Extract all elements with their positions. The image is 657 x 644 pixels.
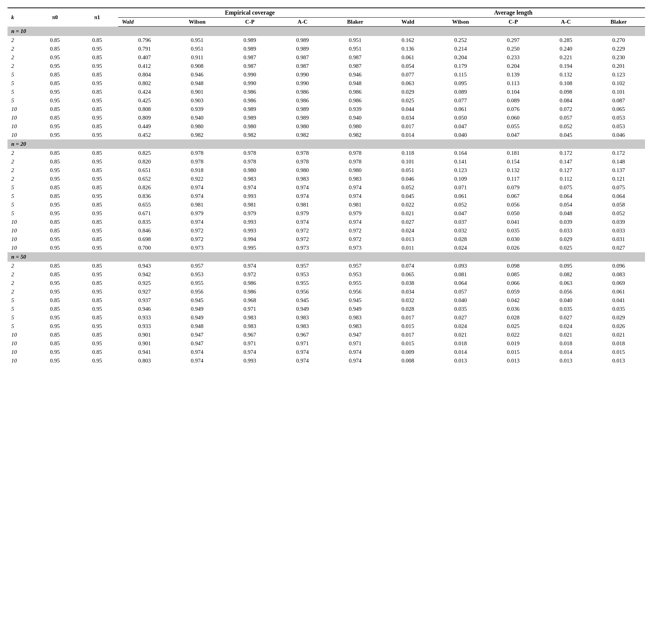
cell-wilson2: 0.141	[434, 157, 487, 166]
cell-ac1: 0.989	[276, 105, 328, 114]
cell-wald2: 0.021	[381, 209, 434, 218]
cell-cp1: 0.982	[224, 131, 276, 139]
cell-blaker1: 0.948	[329, 79, 381, 88]
cell-blaker2: 0.069	[592, 279, 645, 288]
cell-ac2: 0.045	[540, 131, 592, 139]
cell-ac1: 0.989	[276, 45, 328, 53]
cell-k: 2	[8, 36, 34, 45]
cell-pi1: 0.85	[76, 122, 118, 131]
cell-pi0: 0.85	[34, 149, 76, 157]
table-row: 100.850.950.8090.9400.9890.9890.9400.034…	[8, 114, 645, 122]
cell-blaker1: 0.979	[329, 209, 381, 218]
subh-cp1: C-P	[224, 18, 276, 27]
cell-wilson1: 0.953	[171, 270, 224, 279]
cell-pi1: 0.85	[76, 70, 118, 79]
cell-cp1: 0.974	[224, 262, 276, 270]
cell-pi1: 0.85	[76, 105, 118, 114]
table-row: 50.850.850.9370.9450.9680.9450.9450.0320…	[8, 296, 645, 305]
cell-pi1: 0.95	[76, 209, 118, 218]
cell-pi0: 0.95	[34, 201, 76, 209]
cell-ac1: 0.974	[276, 183, 328, 192]
cell-cp2: 0.104	[487, 88, 539, 96]
cell-ac2: 0.075	[540, 183, 592, 192]
cell-wald1: 0.901	[118, 339, 171, 348]
cell-wald2: 0.017	[381, 313, 434, 322]
cell-cp2: 0.035	[487, 226, 539, 235]
cell-ac2: 0.095	[540, 262, 592, 270]
section-header-row: n = 10	[8, 27, 645, 36]
table-row: 100.850.850.9010.9470.9670.9670.9470.017…	[8, 331, 645, 339]
cell-pi0: 0.95	[34, 96, 76, 105]
cell-wald2: 0.015	[381, 339, 434, 348]
cell-ac1: 0.953	[276, 270, 328, 279]
cell-cp1: 0.972	[224, 270, 276, 279]
cell-blaker2: 0.087	[592, 96, 645, 105]
cell-pi1: 0.95	[76, 96, 118, 105]
table-row: 50.850.850.8040.9460.9900.9900.9460.0770…	[8, 70, 645, 79]
cell-ac2: 0.063	[540, 279, 592, 288]
cell-ac1: 0.983	[276, 322, 328, 331]
cell-wilson1: 0.951	[171, 45, 224, 53]
cell-wilson2: 0.040	[434, 131, 487, 139]
cell-ac1: 0.986	[276, 96, 328, 105]
cell-pi0: 0.95	[34, 88, 76, 96]
cell-pi1: 0.95	[76, 305, 118, 313]
cell-ac1: 0.980	[276, 166, 328, 175]
cell-blaker1: 0.972	[329, 226, 381, 235]
cell-k: 5	[8, 70, 34, 79]
cell-blaker1: 0.983	[329, 175, 381, 183]
cell-ac1: 0.973	[276, 244, 328, 252]
cell-wald1: 0.791	[118, 45, 171, 53]
cell-wilson2: 0.013	[434, 356, 487, 365]
cell-pi1: 0.95	[76, 175, 118, 183]
cell-pi0: 0.95	[34, 356, 76, 365]
cell-wilson1: 0.918	[171, 166, 224, 175]
cell-pi1: 0.85	[76, 88, 118, 96]
cell-blaker1: 0.974	[329, 348, 381, 356]
cell-wald2: 0.017	[381, 122, 434, 131]
cell-wilson1: 0.951	[171, 36, 224, 45]
section-label: n = 10	[8, 27, 645, 36]
cell-wilson1: 0.974	[171, 183, 224, 192]
subh-ac1: A-C	[276, 18, 328, 27]
cell-pi1: 0.85	[76, 296, 118, 305]
cell-ac2: 0.084	[540, 96, 592, 105]
cell-wald2: 0.015	[381, 322, 434, 331]
cell-blaker1: 0.947	[329, 331, 381, 339]
cell-cp1: 0.989	[224, 36, 276, 45]
cell-pi1: 0.85	[76, 331, 118, 339]
cell-cp1: 0.983	[224, 322, 276, 331]
cell-wald1: 0.412	[118, 62, 171, 70]
cell-wilson2: 0.123	[434, 166, 487, 175]
table-row: 20.850.850.9430.9570.9740.9570.9570.0740…	[8, 262, 645, 270]
cell-blaker2: 0.123	[592, 70, 645, 79]
cell-k: 2	[8, 288, 34, 296]
table-row: 100.950.950.4520.9820.9820.9820.9820.014…	[8, 131, 645, 139]
cell-blaker1: 0.951	[329, 45, 381, 53]
cell-cp2: 0.076	[487, 105, 539, 114]
col-group-avglength: Average length	[381, 8, 645, 18]
cell-cp2: 0.022	[487, 331, 539, 339]
cell-k: 10	[8, 244, 34, 252]
cell-wald2: 0.014	[381, 131, 434, 139]
cell-cp2: 0.098	[487, 262, 539, 270]
cell-wilson1: 0.901	[171, 88, 224, 96]
subh-blaker1: Blaker	[329, 18, 381, 27]
cell-wald2: 0.077	[381, 70, 434, 79]
cell-pi0: 0.95	[34, 131, 76, 139]
cell-wilson1: 0.956	[171, 288, 224, 296]
cell-wald2: 0.013	[381, 235, 434, 244]
cell-ac1: 0.979	[276, 209, 328, 218]
cell-k: 2	[8, 149, 34, 157]
cell-blaker2: 0.229	[592, 45, 645, 53]
cell-wald1: 0.846	[118, 226, 171, 235]
cell-wilson2: 0.252	[434, 36, 487, 45]
cell-blaker2: 0.121	[592, 175, 645, 183]
cell-k: 10	[8, 235, 34, 244]
subh-wilson2: Wilson	[434, 18, 487, 27]
cell-blaker1: 0.978	[329, 157, 381, 166]
cell-ac2: 0.098	[540, 88, 592, 96]
cell-pi1: 0.85	[76, 279, 118, 288]
cell-wald2: 0.027	[381, 218, 434, 226]
cell-k: 10	[8, 218, 34, 226]
